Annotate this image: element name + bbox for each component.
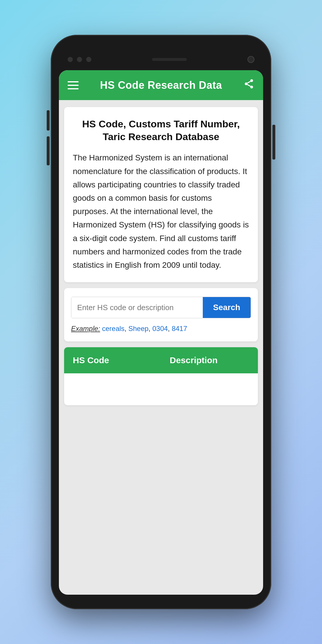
search-card: Search Example: cereals, Sheep, 0304, 84… (64, 288, 258, 341)
camera-area (68, 57, 91, 62)
info-card-description: The Harmonized System is an internationa… (73, 151, 249, 272)
phone-speaker (152, 58, 187, 61)
search-button[interactable]: Search (203, 297, 251, 318)
example-link-sheep[interactable]: Sheep (128, 325, 148, 332)
table-header-hs-code: HS Code (64, 347, 161, 373)
phone-screen: HS Code Research Data HS Code, Customs T… (59, 70, 263, 595)
svg-point-2 (250, 86, 253, 88)
menu-icon[interactable] (68, 81, 79, 89)
svg-point-0 (250, 79, 253, 82)
app-title: HS Code Research Data (79, 79, 243, 91)
power-button[interactable] (272, 125, 275, 160)
content-area: HS Code, Customs Tariff Number, Taric Re… (59, 100, 263, 595)
app-bar: HS Code Research Data (59, 70, 263, 100)
example-link-cereals[interactable]: cereals (102, 325, 124, 332)
camera-dot-1 (68, 57, 73, 62)
info-card: HS Code, Customs Tariff Number, Taric Re… (64, 107, 258, 282)
table-body (64, 373, 258, 402)
table-card: HS Code Description (64, 347, 258, 405)
volume-down-button[interactable] (47, 136, 50, 165)
table-header: HS Code Description (64, 347, 258, 373)
share-icon[interactable] (243, 78, 254, 92)
search-row: Search (71, 297, 251, 318)
front-camera (247, 56, 254, 63)
camera-dot-3 (86, 57, 91, 62)
example-link-0304[interactable]: 0304 (152, 325, 168, 332)
svg-point-1 (245, 82, 248, 85)
volume-up-button[interactable] (47, 110, 50, 131)
svg-line-4 (247, 81, 251, 83)
example-row: Example: cereals, Sheep, 0304, 8417 (71, 325, 251, 333)
svg-line-3 (247, 84, 251, 86)
camera-dot-2 (77, 57, 82, 62)
phone-top-bar (59, 52, 263, 67)
info-card-title: HS Code, Customs Tariff Number, Taric Re… (73, 117, 249, 143)
example-link-8417[interactable]: 8417 (172, 325, 187, 332)
search-input[interactable] (71, 297, 203, 318)
example-label: Example: (71, 325, 100, 332)
table-header-description: Description (161, 347, 258, 373)
phone-device: HS Code Research Data HS Code, Customs T… (51, 35, 271, 609)
